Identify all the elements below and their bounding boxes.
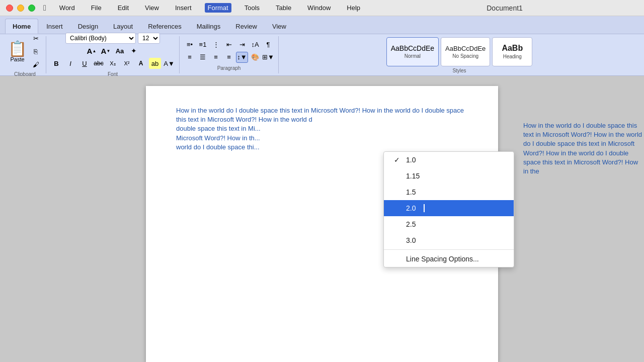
dropdown-divider (384, 249, 514, 250)
format-painter-button[interactable]: 🖌 (30, 59, 42, 70)
styles-group: AaBbCcDdEe Normal AaBbCcDdEe No Spacing … (279, 36, 640, 73)
font-color-icon: A (139, 60, 143, 67)
right-bleed-text: How in the world do I double space this … (523, 121, 644, 176)
tab-mailings[interactable]: Mailings (190, 19, 228, 34)
style-no-spacing-name: No Spacing (452, 53, 478, 59)
menu-edit[interactable]: Edit (115, 3, 132, 13)
style-no-spacing-preview: AaBbCcDdEe (445, 45, 486, 52)
shading-button[interactable]: A▼ (163, 58, 175, 69)
borders-button[interactable]: ⊞▼ (262, 52, 274, 63)
style-no-spacing[interactable]: AaBbCcDdEe No Spacing (441, 37, 490, 66)
paragraph-group: ≡• ≡1 ⋮ ⇤ ⇥ ↕A ¶ ≡ ☰ ≡ ≡ ↕▼ 🎨 ⊞▼ Paragra… (180, 36, 279, 73)
style-normal-preview: AaBbCcDdEe (391, 44, 434, 52)
menu-view[interactable]: View (142, 3, 162, 13)
tab-home[interactable]: Home (5, 19, 38, 34)
shading-para-button[interactable]: 🎨 (249, 52, 261, 63)
spacing-1-5[interactable]: 1.5 (384, 184, 514, 200)
ribbon: Home Insert Design Layout References Mai… (0, 16, 644, 76)
italic-button[interactable]: I (64, 58, 76, 69)
shrink-font-button[interactable]: A▼ (100, 45, 112, 56)
window-controls (6, 5, 35, 12)
spacing-2-0[interactable]: 2.0 (384, 200, 514, 216)
font-size-select[interactable]: 12 (138, 33, 160, 44)
grow-font-button[interactable]: A▲ (86, 45, 98, 56)
strikethrough-button[interactable]: abc (93, 58, 105, 69)
line-spacing-options[interactable]: Line Spacing Options... (384, 251, 514, 267)
style-heading1-preview: AaBb (502, 44, 523, 53)
tab-references[interactable]: References (141, 19, 188, 34)
subscript-button[interactable]: X₂ (107, 58, 119, 69)
ribbon-tabs: Home Insert Design Layout References Mai… (0, 16, 644, 34)
line-spacing-options-label: Line Spacing Options... (406, 255, 479, 263)
minimize-button[interactable] (17, 5, 24, 12)
spacing-3-0[interactable]: 3.0 (384, 232, 514, 248)
ribbon-content: 📋 Paste ✂ ⎘ 🖌 Clipboard Calibri (Body) 1… (0, 34, 644, 75)
tab-review[interactable]: Review (228, 19, 264, 34)
tab-insert[interactable]: Insert (39, 19, 70, 34)
change-case-button[interactable]: Aa (114, 45, 126, 56)
style-heading1-name: Heading (503, 54, 522, 59)
menu-table[interactable]: Table (273, 3, 294, 13)
font-name-select[interactable]: Calibri (Body) (65, 33, 136, 44)
highlight-color-button[interactable]: ab (149, 58, 161, 69)
menu-format[interactable]: Format (205, 3, 231, 13)
style-heading1[interactable]: AaBb Heading (492, 37, 532, 66)
menu-file[interactable]: File (88, 3, 105, 13)
paragraph-group-label: Paragraph (217, 65, 241, 71)
menu-bar: Word File Edit View Insert Format Tools … (56, 3, 363, 13)
main-content: How in the world do I double space this … (0, 76, 644, 362)
clipboard-group: 📋 Paste ✂ ⎘ 🖌 Clipboard (4, 36, 46, 73)
tab-layout[interactable]: Layout (106, 19, 140, 34)
paste-button[interactable]: 📋 Paste (8, 41, 27, 62)
font-color-button[interactable]: A (135, 58, 147, 69)
menu-insert[interactable]: Insert (172, 3, 195, 13)
spacing-1-15-label: 1.15 (406, 172, 420, 180)
underline-button[interactable]: U (78, 58, 91, 69)
cursor-indicator (424, 204, 425, 212)
sort-button[interactable]: ↕A (249, 39, 261, 50)
styles-container: AaBbCcDdEe Normal AaBbCcDdEe No Spacing … (386, 36, 533, 67)
style-normal[interactable]: AaBbCcDdEe Normal (386, 37, 439, 66)
close-button[interactable] (6, 5, 13, 12)
bullets-button[interactable]: ≡• (184, 39, 196, 50)
clear-format-button[interactable]: ✦ (128, 45, 140, 56)
styles-group-label: Styles (452, 68, 466, 73)
spacing-2-5-label: 2.5 (406, 220, 416, 228)
numbering-button[interactable]: ≡1 (197, 39, 209, 50)
paste-icon: 📋 (8, 41, 27, 56)
spacing-1-0-label: 1.0 (406, 156, 416, 164)
style-normal-name: Normal (405, 53, 421, 59)
spacing-1-15[interactable]: 1.15 (384, 168, 514, 184)
show-formatting-button[interactable]: ¶ (262, 39, 274, 50)
bold-button[interactable]: B (50, 58, 62, 69)
title-bar:  Word File Edit View Insert Format Tool… (0, 0, 644, 16)
document-text[interactable]: How in the world do I double space this … (176, 106, 468, 152)
paste-label: Paste (10, 56, 24, 62)
justify-button[interactable]: ≡ (223, 52, 235, 63)
align-left-button[interactable]: ≡ (184, 52, 196, 63)
spacing-2-0-label: 2.0 (406, 204, 416, 212)
align-center-button[interactable]: ☰ (197, 52, 209, 63)
maximize-button[interactable] (28, 5, 35, 12)
line-spacing-button[interactable]: ↕▼ (236, 52, 248, 63)
spacing-2-5[interactable]: 2.5 (384, 216, 514, 232)
menu-window[interactable]: Window (304, 3, 334, 13)
increase-indent-button[interactable]: ⇥ (236, 39, 248, 50)
spacing-3-0-label: 3.0 (406, 236, 416, 244)
align-right-button[interactable]: ≡ (210, 52, 222, 63)
cut-button[interactable]: ✂ (30, 33, 42, 44)
decrease-indent-button[interactable]: ⇤ (223, 39, 235, 50)
multilevel-list-button[interactable]: ⋮ (210, 39, 222, 50)
superscript-button[interactable]: X² (121, 58, 133, 69)
copy-button[interactable]: ⎘ (30, 46, 42, 57)
menu-help[interactable]: Help (344, 3, 363, 13)
menu-tools[interactable]: Tools (242, 3, 263, 13)
document-title: Document1 (371, 4, 638, 12)
check-icon: ✓ (394, 156, 402, 164)
menu-word[interactable]: Word (56, 3, 78, 13)
spacing-1-5-label: 1.5 (406, 188, 416, 196)
spacing-1-0[interactable]: ✓ 1.0 (384, 152, 514, 168)
tab-view[interactable]: View (265, 19, 293, 34)
apple-logo:  (43, 4, 46, 13)
tab-design[interactable]: Design (71, 19, 105, 34)
